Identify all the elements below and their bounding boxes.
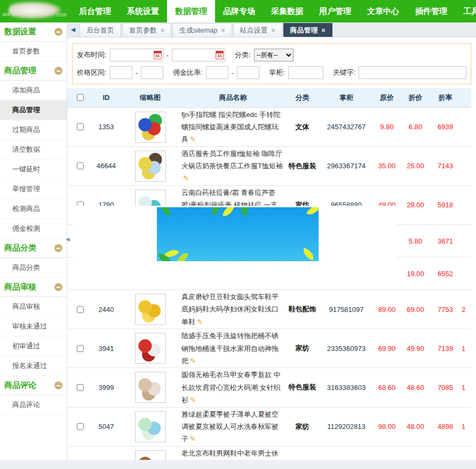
- collapse-minus-icon[interactable]: [54, 67, 62, 75]
- collapse-minus-icon[interactable]: [54, 283, 62, 291]
- product-thumbnail[interactable]: [135, 294, 166, 325]
- row-checkbox[interactable]: [77, 345, 84, 352]
- product-name-text: 真皮磨砂豆豆鞋女圆头驾车鞋平底妈妈鞋大码孕妇休闲女鞋浅口单鞋: [181, 293, 279, 326]
- top-nav-item[interactable]: 文章中心: [359, 0, 407, 22]
- edit-pencil-icon[interactable]: ✎: [190, 135, 196, 143]
- tab[interactable]: 生成sitemap×: [172, 23, 232, 37]
- collapse-minus-icon[interactable]: [54, 381, 62, 389]
- edit-pencil-icon[interactable]: ✎: [183, 174, 189, 182]
- top-nav-item[interactable]: 工具: [455, 0, 476, 22]
- sidebar-item[interactable]: 检测商品: [0, 199, 67, 219]
- discount-price: 49.90: [401, 329, 430, 368]
- shop-input[interactable]: [288, 66, 323, 79]
- top-nav-item[interactable]: 采集数据: [263, 0, 311, 22]
- thumbnail-cell: [120, 146, 181, 185]
- product-thumbnail[interactable]: [135, 372, 166, 403]
- sidebar-section-header[interactable]: 数据设置: [0, 22, 67, 42]
- row-checkbox-cell: [67, 407, 93, 446]
- tab-scroll-left-icon[interactable]: ◀: [67, 22, 79, 37]
- category-select[interactable]: --所有--: [254, 49, 293, 61]
- product-category: 文体: [285, 107, 320, 146]
- top-nav-item[interactable]: 用户管理: [311, 0, 359, 22]
- row-checkbox[interactable]: [77, 306, 84, 313]
- edit-pencil-icon[interactable]: ✎: [190, 357, 196, 365]
- sidebar-section-header[interactable]: 商品分类: [0, 239, 67, 258]
- sidebar-item[interactable]: 添加商品: [0, 81, 67, 100]
- product-name-text: 陆盛手压免手洗旋转拖把桶不锈钢拖地桶速干脱水家用自动神拖把: [181, 332, 279, 365]
- top-nav-item[interactable]: 后台管理: [71, 0, 119, 22]
- commission-max-input[interactable]: [237, 66, 259, 79]
- top-nav-item[interactable]: 数据管理: [167, 0, 215, 22]
- tab[interactable]: 商品管理×: [283, 23, 332, 37]
- sidebar-item[interactable]: 审核未通过: [0, 317, 67, 337]
- sidebar-item[interactable]: 一键延时: [0, 160, 67, 179]
- column-header: 掌柜: [320, 88, 373, 107]
- sidebar-item[interactable]: 举报管理: [0, 179, 67, 199]
- sidebar-section-header[interactable]: 商品管理: [0, 61, 67, 81]
- column-header: 分类: [285, 88, 320, 107]
- product-thumbnail[interactable]: [135, 450, 166, 460]
- column-header: 折价: [401, 88, 430, 107]
- sidebar-item[interactable]: 清空数据: [0, 140, 67, 160]
- sidebar-item[interactable]: 佣金检测: [0, 219, 67, 239]
- tab-close-icon[interactable]: ×: [272, 27, 275, 34]
- edit-pencil-icon[interactable]: ✎: [190, 396, 196, 404]
- product-thumbnail[interactable]: [135, 333, 166, 364]
- tab[interactable]: 后台首页: [80, 23, 121, 37]
- table-row: 1353fjn手指陀螺 指尖陀螺edc 手转陀螺指间螺旋高速美国成人陀螺玩具✎文…: [67, 107, 471, 146]
- edit-pencil-icon[interactable]: ✎: [197, 318, 203, 326]
- tab[interactable]: 站点设置×: [233, 23, 282, 37]
- select-all-header-checkbox[interactable]: [77, 94, 84, 101]
- sidebar-item[interactable]: 商品评论: [0, 395, 67, 415]
- table-row: 46644酒店服务员工作服t恤短袖 咖啡厅火锅店奶茶快餐店工作服T恤短袖✎特色服…: [67, 146, 471, 185]
- price-min-input[interactable]: [110, 66, 132, 79]
- logo-small-text: 369℃: [2, 12, 15, 17]
- product-thumbnail[interactable]: [135, 112, 166, 143]
- calendar-icon[interactable]: 31: [216, 51, 224, 59]
- column-header: 商品名称: [181, 88, 285, 107]
- clipped-next-column-value: 1: [461, 407, 471, 446]
- discount-price: 48.60: [401, 368, 430, 407]
- product-thumbnail[interactable]: [135, 411, 166, 442]
- top-nav-item[interactable]: 品牌专场: [215, 0, 263, 22]
- edit-pencil-icon[interactable]: ✎: [190, 435, 196, 443]
- sidebar-item[interactable]: 首页参数: [0, 42, 67, 61]
- tab[interactable]: 首页参数×: [122, 23, 171, 37]
- leaf-decoration: [301, 248, 316, 261]
- collapse-minus-icon[interactable]: [54, 244, 62, 252]
- row-checkbox[interactable]: [77, 423, 84, 430]
- filter-box: 发布时间: 31 - 31 分类: --所有--: [72, 43, 471, 84]
- sidebar-item[interactable]: 初审通过: [0, 337, 67, 356]
- row-checkbox[interactable]: [77, 384, 84, 391]
- discount-price: 48.00: [401, 407, 430, 446]
- collapse-minus-icon[interactable]: [54, 28, 62, 36]
- top-nav-items: 后台管理系统设置数据管理品牌专场采集数据用户管理文章中心插件管理工具: [71, 0, 476, 22]
- sidebar-item[interactable]: 商品管理: [0, 100, 67, 120]
- price-max-input[interactable]: [141, 66, 163, 79]
- keyword-input[interactable]: [359, 66, 466, 79]
- thumbnail-preview-popup: [74, 206, 397, 263]
- sidebar-section-header[interactable]: 商品评论: [0, 376, 67, 395]
- table-header-checkbox-cell: [67, 88, 93, 107]
- sidebar-collapse-handle[interactable]: ◀: [66, 236, 70, 242]
- sidebar-item[interactable]: 报名未通过: [0, 356, 67, 376]
- row-checkbox[interactable]: [77, 123, 84, 130]
- tab-close-icon[interactable]: ×: [322, 27, 326, 34]
- commission-min-input[interactable]: [206, 66, 228, 79]
- row-checkbox-cell: [67, 329, 93, 368]
- sidebar-section-header[interactable]: 商品审核: [0, 278, 67, 297]
- row-checkbox[interactable]: [77, 162, 84, 169]
- sidebar-item[interactable]: 过期商品: [0, 120, 67, 140]
- top-nav-item[interactable]: 系统设置: [119, 0, 167, 22]
- sidebar: 数据设置首页参数商品管理添加商品商品管理过期商品清空数据一键延时举报管理检测商品…: [0, 22, 67, 460]
- tab-close-icon[interactable]: ×: [161, 27, 164, 34]
- product-id: 46644: [93, 146, 120, 185]
- calendar-icon[interactable]: 31: [154, 51, 162, 59]
- sidebar-item[interactable]: 商品审核: [0, 297, 67, 317]
- leaf-decoration: [306, 207, 319, 218]
- tab-close-icon[interactable]: ×: [221, 27, 225, 34]
- discount-price: 29.00: [401, 185, 430, 224]
- product-thumbnail[interactable]: [135, 151, 166, 182]
- top-nav-item[interactable]: 插件管理: [407, 0, 455, 22]
- sidebar-item[interactable]: 商品分类: [0, 258, 67, 278]
